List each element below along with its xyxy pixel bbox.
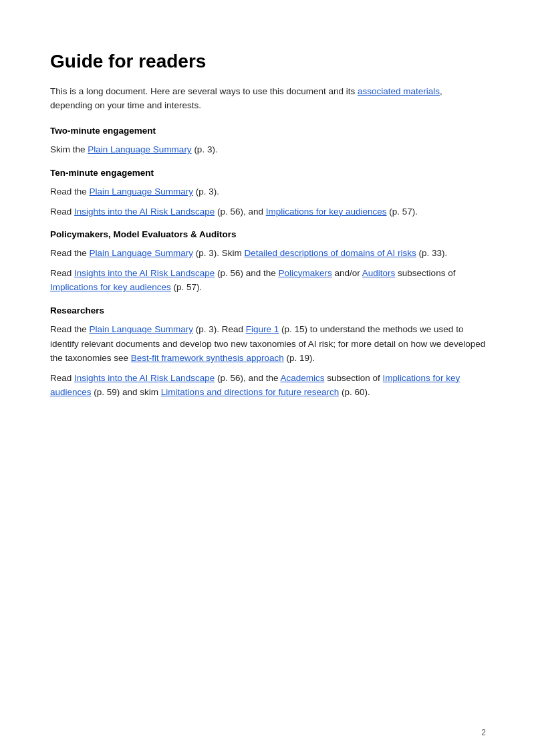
auditors-link[interactable]: Auditors <box>362 268 396 278</box>
document-page: Guide for readers This is a long documen… <box>0 0 536 756</box>
plain-language-summary-link-4[interactable]: Plain Language Summary <box>90 324 193 334</box>
insights-ai-risk-link-3[interactable]: Insights into the AI Risk Landscape <box>74 373 215 383</box>
intro-text-before: This is a long document. Here are severa… <box>50 86 358 96</box>
ten-minute-para-2: Read Insights into the AI Risk Landscape… <box>50 205 486 219</box>
insights-ai-risk-link-1[interactable]: Insights into the AI Risk Landscape <box>74 207 215 217</box>
detailed-descriptions-link[interactable]: Detailed descriptions of domains of AI r… <box>244 248 416 258</box>
section-heading-ten-minute: Ten-minute engagement <box>50 168 486 178</box>
plain-language-summary-link-2[interactable]: Plain Language Summary <box>90 186 193 197</box>
intro-paragraph: This is a long document. Here are severa… <box>50 85 486 113</box>
section-heading-researchers: Researchers <box>50 305 486 316</box>
policymakers-para-2: Read Insights into the AI Risk Landscape… <box>50 266 486 295</box>
researchers-para-2: Read Insights into the AI Risk Landscape… <box>50 371 486 400</box>
two-minute-para-1: Skim the Plain Language Summary (p. 3). <box>50 142 486 157</box>
section-policymakers: Policymakers, Model Evaluators & Auditor… <box>50 229 486 295</box>
section-heading-policymakers: Policymakers, Model Evaluators & Auditor… <box>50 229 486 239</box>
best-fit-framework-link[interactable]: Best-fit framework synthesis approach <box>131 353 284 363</box>
policymakers-link[interactable]: Policymakers <box>278 268 331 278</box>
implications-key-audiences-link-2[interactable]: Implications for key audiences <box>50 282 171 292</box>
associated-materials-link[interactable]: associated materials <box>358 86 440 96</box>
academics-link[interactable]: Academics <box>281 373 325 383</box>
limitations-link[interactable]: Limitations and directions for future re… <box>161 387 339 397</box>
page-number: 2 <box>481 728 486 737</box>
page-title: Guide for readers <box>50 50 486 73</box>
insights-ai-risk-link-2[interactable]: Insights into the AI Risk Landscape <box>74 268 215 278</box>
section-researchers: Researchers Read the Plain Language Summ… <box>50 305 486 400</box>
researchers-para-1: Read the Plain Language Summary (p. 3). … <box>50 322 486 366</box>
implications-key-audiences-link-1[interactable]: Implications for key audiences <box>266 207 387 217</box>
plain-language-summary-link-1[interactable]: Plain Language Summary <box>88 144 191 154</box>
figure-1-link[interactable]: Figure 1 <box>246 324 279 334</box>
section-heading-two-minute: Two-minute engagement <box>50 126 486 136</box>
ten-minute-para-1: Read the Plain Language Summary (p. 3). <box>50 184 486 199</box>
section-ten-minute: Ten-minute engagement Read the Plain Lan… <box>50 168 486 219</box>
section-two-minute: Two-minute engagement Skim the Plain Lan… <box>50 126 486 157</box>
plain-language-summary-link-3[interactable]: Plain Language Summary <box>90 248 193 258</box>
policymakers-para-1: Read the Plain Language Summary (p. 3). … <box>50 246 486 261</box>
